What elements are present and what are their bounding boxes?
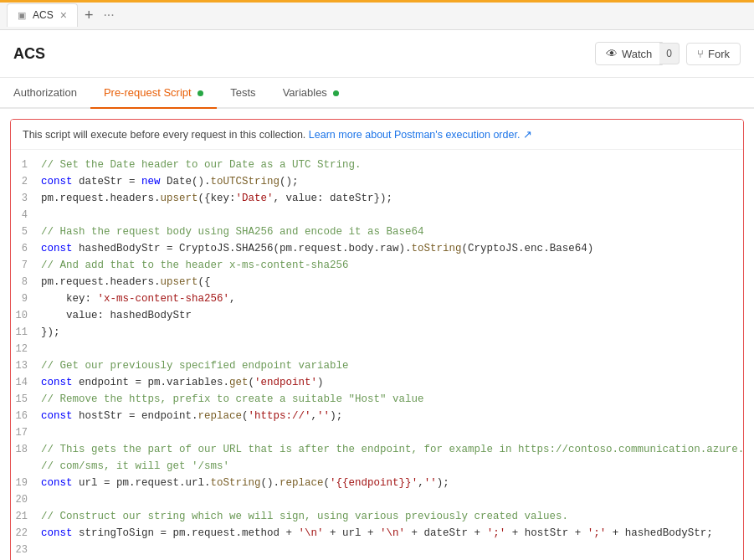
script-info-bar: This script will execute before every re… [11,120,743,150]
collection-title: ACS [13,45,45,63]
new-tab-button[interactable]: + [78,8,100,23]
line-content: const hostStr = endpoint.replace('https:… [41,408,342,424]
line-content: const dateStr = new Date().toUTCString()… [41,173,299,190]
code-line: 3pm.request.headers.upsert({key:'Date', … [11,190,743,207]
code-line: 15// Remove the https, prefix to create … [11,391,743,408]
line-content: }); [41,324,60,341]
line-number: 7 [11,257,41,274]
code-line: 18// This gets the part of our URL that … [11,441,743,458]
code-line: 4 [11,207,743,223]
code-line: 1// Set the Date header to our Date as a… [11,157,743,173]
line-content: const stringToSign = pm.request.method +… [41,525,713,542]
line-content: // Hash the request body using SHA256 an… [41,223,424,240]
fork-label: Fork [708,48,730,60]
script-area: This script will execute before every re… [10,119,744,560]
top-accent-bar [0,0,754,3]
tab-authorization[interactable]: Authorization [0,78,90,109]
line-content: // com/sms, it will get '/sms' [41,458,229,475]
line-content: const hashedBodyStr = CryptoJS.SHA256(pm… [41,240,593,257]
code-line: 17 [11,424,743,441]
line-number: 1 [11,157,41,173]
code-line: 9 key: 'x-ms-content-sha256', [11,290,743,307]
tab-title: ACS [33,9,54,21]
line-content: // Set the Date header to our Date as a … [41,157,362,173]
line-number: 3 [11,190,41,207]
line-number: 22 [11,525,41,542]
code-line: 14const endpoint = pm.variables.get('end… [11,374,743,391]
code-line: 21// Construct our string which we will … [11,508,743,525]
line-content: const url = pm.request.url.toString().re… [41,475,449,491]
code-line: // com/sms, it will get '/sms' [11,458,743,475]
code-line: 11}); [11,324,743,341]
code-line: 19const url = pm.request.url.toString().… [11,475,743,491]
line-number: 16 [11,408,41,424]
code-line: 20 [11,491,743,508]
collection-icon: ▣ [18,10,26,21]
line-number: 11 [11,324,41,341]
line-number: 23 [11,542,41,558]
tab-close-button[interactable]: × [60,8,67,22]
line-number: 14 [11,374,41,391]
line-content: pm.request.headers.upsert({key:'Date', v… [41,190,392,207]
line-number: 6 [11,240,41,257]
more-tabs-button[interactable]: ··· [100,8,117,23]
watch-label: Watch [622,48,652,60]
line-number: 20 [11,491,41,508]
title-bar: ▣ ACS × + ··· [0,0,754,30]
prerequest-dot [197,90,203,96]
code-line: 12 [11,341,743,357]
code-line: 6const hashedBodyStr = CryptoJS.SHA256(p… [11,240,743,257]
code-line: 5// Hash the request body using SHA256 a… [11,223,743,240]
line-content: // This gets the part of our URL that is… [41,441,743,458]
line-number: 8 [11,274,41,290]
tabs-navigation: Authorization Pre-request Script Tests V… [0,78,754,109]
code-editor[interactable]: 1// Set the Date header to our Date as a… [11,150,743,560]
line-content: // Remove the https, prefix to create a … [41,391,424,408]
code-line: 23 [11,542,743,558]
variables-dot [333,90,339,96]
browser-tab[interactable]: ▣ ACS × [7,3,78,27]
line-number: 18 [11,441,41,458]
watch-count: 0 [659,43,680,64]
line-content: // Get our previously specified endpoint… [41,357,349,374]
line-number: 21 [11,508,41,525]
code-line: 10 value: hashedBodyStr [11,307,743,324]
fork-button[interactable]: ⑂ Fork [686,43,741,65]
tab-prerequest-script[interactable]: Pre-request Script [90,78,217,109]
tab-variables[interactable]: Variables [269,78,353,109]
code-line: 2const dateStr = new Date().toUTCString(… [11,173,743,190]
line-number: 12 [11,341,41,357]
line-content: // Construct our string which we will si… [41,508,568,525]
line-number: 5 [11,223,41,240]
line-number: 15 [11,391,41,408]
line-number: 4 [11,207,41,223]
code-line: 8pm.request.headers.upsert({ [11,274,743,290]
line-content: const endpoint = pm.variables.get('endpo… [41,374,324,391]
line-number: 17 [11,424,41,441]
code-line: 7// And add that to the header x-ms-cont… [11,257,743,274]
line-number: 13 [11,357,41,374]
collection-header: ACS 👁 Watch 0 ⑂ Fork [0,30,754,78]
watch-button[interactable]: 👁 Watch [595,42,663,65]
line-number: 9 [11,290,41,307]
learn-more-link[interactable]: Learn more about Postman's execution ord… [309,129,532,141]
code-line: 16const hostStr = endpoint.replace('http… [11,408,743,424]
line-content: pm.request.headers.upsert({ [41,274,211,290]
header-actions: 👁 Watch 0 ⑂ Fork [595,42,741,65]
line-number: 2 [11,173,41,190]
script-info-text: This script will execute before every re… [23,129,305,141]
code-line: 13// Get our previously specified endpoi… [11,357,743,374]
line-content: key: 'x-ms-content-sha256', [41,290,236,307]
line-number: 10 [11,307,41,324]
code-line: 22const stringToSign = pm.request.method… [11,525,743,542]
watch-group: 👁 Watch 0 [595,42,680,65]
tab-tests[interactable]: Tests [217,78,269,109]
line-content: // And add that to the header x-ms-conte… [41,257,349,274]
eye-icon: 👁 [606,47,618,60]
line-number: 19 [11,475,41,491]
fork-icon: ⑂ [697,48,704,60]
line-content: value: hashedBodyStr [41,307,192,324]
